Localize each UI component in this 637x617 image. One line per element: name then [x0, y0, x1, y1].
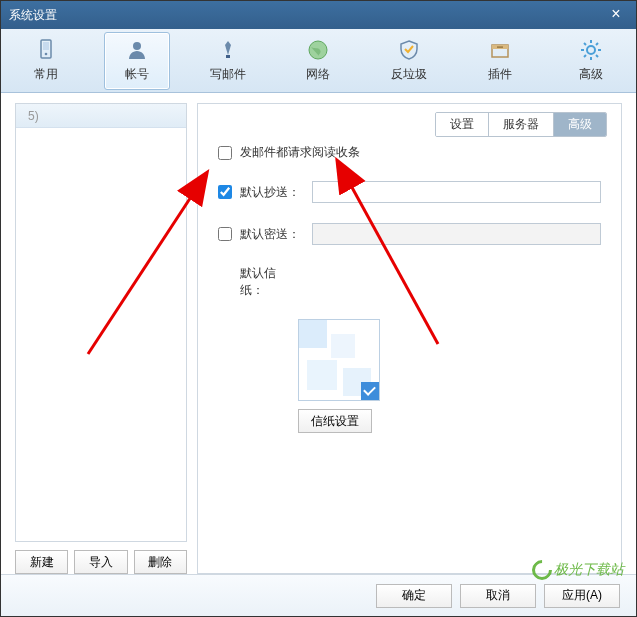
svg-rect-8 — [497, 47, 503, 48]
tab-account[interactable]: 帐号 — [104, 32, 170, 90]
apply-button[interactable]: 应用(A) — [544, 584, 620, 608]
subtab-server[interactable]: 服务器 — [489, 113, 554, 136]
tab-general[interactable]: 常用 — [13, 32, 79, 90]
svg-rect-1 — [43, 42, 49, 50]
receipt-label: 发邮件都请求阅读收条 — [240, 144, 360, 161]
stationery-preview[interactable] — [298, 319, 380, 401]
settings-panel: 设置 服务器 高级 发邮件都请求阅读收条 默认抄送： 默认密送： 默认信纸： — [197, 103, 622, 574]
user-icon — [125, 38, 149, 62]
svg-line-15 — [596, 55, 598, 57]
tab-label: 写邮件 — [210, 66, 246, 83]
bcc-checkbox[interactable] — [218, 227, 232, 241]
svg-line-17 — [596, 43, 598, 45]
main-tabs: 常用 帐号 写邮件 网络 反垃圾 — [1, 29, 636, 93]
globe-icon — [306, 38, 330, 62]
stationery-label: 默认信纸： — [240, 265, 298, 299]
svg-point-2 — [45, 53, 48, 56]
gear-icon — [579, 38, 603, 62]
delete-button[interactable]: 删除 — [134, 550, 187, 574]
tab-label: 高级 — [579, 66, 603, 83]
tab-advanced[interactable]: 高级 — [558, 32, 624, 90]
svg-point-9 — [587, 46, 595, 54]
cancel-button[interactable]: 取消 — [460, 584, 536, 608]
svg-point-3 — [133, 42, 141, 50]
account-item[interactable]: 5) — [16, 104, 186, 128]
shield-icon — [397, 38, 421, 62]
tab-label: 反垃圾 — [391, 66, 427, 83]
tab-label: 帐号 — [125, 66, 149, 83]
new-button[interactable]: 新建 — [15, 550, 68, 574]
stationery-settings-button[interactable]: 信纸设置 — [298, 409, 372, 433]
drawer-icon — [488, 38, 512, 62]
device-icon — [34, 38, 58, 62]
window-title: 系统设置 — [9, 7, 604, 24]
receipt-checkbox[interactable] — [218, 146, 232, 160]
tab-label: 插件 — [488, 66, 512, 83]
subtab-settings[interactable]: 设置 — [436, 113, 489, 136]
bcc-input — [312, 223, 601, 245]
account-list[interactable]: 5) — [15, 103, 187, 542]
close-icon[interactable]: × — [604, 5, 628, 25]
svg-line-16 — [584, 55, 586, 57]
tab-label: 网络 — [306, 66, 330, 83]
tab-network[interactable]: 网络 — [285, 32, 351, 90]
subtab-advanced[interactable]: 高级 — [554, 113, 606, 136]
footer: 极光下载站 确定 取消 应用(A) — [1, 574, 636, 616]
subtabs: 设置 服务器 高级 — [435, 112, 607, 137]
bcc-label: 默认密送： — [240, 226, 312, 243]
tab-antispam[interactable]: 反垃圾 — [376, 32, 442, 90]
pen-icon — [216, 38, 240, 62]
import-button[interactable]: 导入 — [74, 550, 127, 574]
tab-label: 常用 — [34, 66, 58, 83]
cc-input[interactable] — [312, 181, 601, 203]
cc-label: 默认抄送： — [240, 184, 312, 201]
svg-line-14 — [584, 43, 586, 45]
tab-compose[interactable]: 写邮件 — [195, 32, 261, 90]
checkmark-icon — [361, 382, 379, 400]
ok-button[interactable]: 确定 — [376, 584, 452, 608]
titlebar: 系统设置 × — [1, 1, 636, 29]
svg-rect-4 — [226, 55, 230, 58]
tab-plugins[interactable]: 插件 — [467, 32, 533, 90]
cc-checkbox[interactable] — [218, 185, 232, 199]
